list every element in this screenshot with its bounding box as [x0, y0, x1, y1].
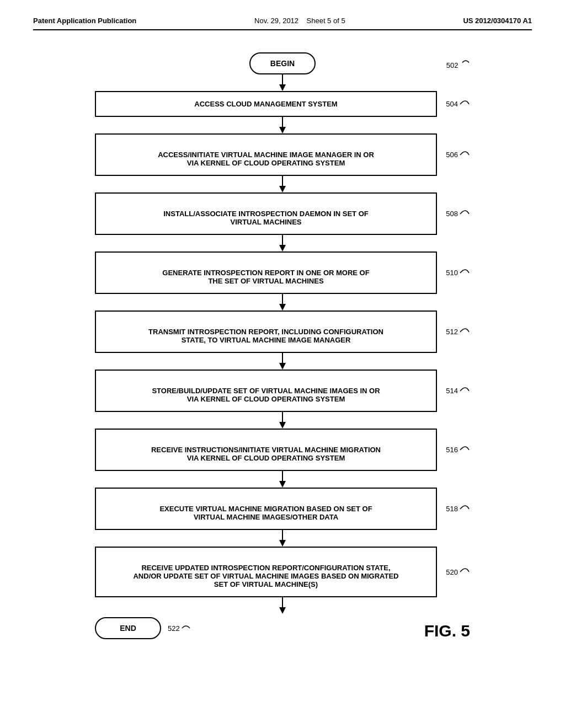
arrow-5 [111, 294, 454, 311]
fig-label: FIG. 5 [424, 622, 470, 640]
step-text-504: ACCESS CLOUD MANAGEMENT SYSTEM [194, 100, 337, 108]
svg-marker-5 [279, 186, 286, 192]
step-box-510: GENERATE INTROSPECTION REPORT IN ONE OR … [95, 251, 437, 294]
step-number-518: 518 [446, 501, 470, 517]
step-row-512: TRANSMIT INTROSPECTION REPORT, INCLUDING… [95, 311, 470, 353]
bracket-icon-512 [458, 324, 470, 340]
bracket-icon-504 [458, 97, 470, 112]
step-id-506: 506 [446, 151, 458, 159]
begin-oval: BEGIN [249, 52, 316, 74]
flowchart: BEGIN 502 ACCESS CLOUD MANAGEMENT SYSTEM [33, 47, 532, 640]
end-number-value: 522 [168, 624, 180, 633]
bracket-icon-516 [458, 442, 470, 458]
step-text-506: ACCESS/INITIATE VIRTUAL MACHINE IMAGE MA… [158, 151, 374, 167]
svg-marker-11 [279, 363, 286, 370]
step-id-504: 504 [446, 100, 458, 108]
arrow-3 [111, 176, 454, 192]
step-id-508: 508 [446, 210, 458, 218]
bracket-icon-506 [458, 147, 470, 163]
step-id-514: 514 [446, 387, 458, 395]
step-text-518: EXECUTE VIRTUAL MACHINE MIGRATION BASED … [159, 505, 372, 521]
begin-row: BEGIN 502 [95, 52, 470, 74]
end-oval: END [95, 617, 161, 639]
arrow-9 [111, 530, 454, 547]
begin-label: BEGIN [270, 59, 295, 68]
end-label: END [120, 624, 136, 633]
step-row-510: GENERATE INTROSPECTION REPORT IN ONE OR … [95, 251, 470, 294]
step-box-506: ACCESS/INITIATE VIRTUAL MACHINE IMAGE MA… [95, 133, 437, 176]
svg-marker-7 [279, 245, 286, 251]
step-id-516: 516 [446, 446, 458, 454]
svg-marker-19 [279, 607, 286, 614]
step-text-520: RECEIVE UPDATED INTROSPECTION REPORT/CON… [133, 564, 398, 588]
header-patent-number: US 2012/0304170 A1 [463, 17, 532, 25]
step-text-510: GENERATE INTROSPECTION REPORT IN ONE OR … [162, 269, 369, 285]
begin-bracket-icon [460, 58, 470, 68]
page-header: Patent Application Publication Nov. 29, … [33, 17, 532, 30]
bracket-icon-514 [458, 383, 470, 399]
step-text-516: RECEIVE INSTRUCTIONS/INITIATE VIRTUAL MA… [151, 446, 381, 462]
bracket-icon-508 [458, 206, 470, 222]
step-box-518: EXECUTE VIRTUAL MACHINE MIGRATION BASED … [95, 488, 437, 530]
step-number-506: 506 [446, 147, 470, 163]
step-box-512: TRANSMIT INTROSPECTION REPORT, INCLUDING… [95, 311, 437, 353]
step-row-514: STORE/BUILD/UPDATE SET OF VIRTUAL MACHIN… [95, 370, 470, 412]
step-row-520: RECEIVE UPDATED INTROSPECTION REPORT/CON… [95, 547, 470, 597]
step-number-514: 514 [446, 383, 470, 399]
step-row-504: ACCESS CLOUD MANAGEMENT SYSTEM 504 [95, 91, 470, 117]
step-box-516: RECEIVE INSTRUCTIONS/INITIATE VIRTUAL MA… [95, 429, 437, 471]
bracket-icon-510 [458, 265, 470, 281]
step-row-506: ACCESS/INITIATE VIRTUAL MACHINE IMAGE MA… [95, 133, 470, 176]
begin-number-value: 502 [446, 61, 459, 69]
arrow-6 [111, 353, 454, 370]
svg-marker-9 [279, 304, 286, 311]
step-number-516: 516 [446, 442, 470, 458]
step-row-518: EXECUTE VIRTUAL MACHINE MIGRATION BASED … [95, 488, 470, 530]
end-number: 522 [168, 623, 192, 634]
step-row-508: INSTALL/ASSOCIATE INTROSPECTION DAEMON I… [95, 192, 470, 235]
svg-marker-15 [279, 481, 286, 488]
begin-number: 502 [446, 58, 470, 69]
step-id-520: 520 [446, 568, 458, 576]
arrow-2 [111, 117, 454, 133]
arrow-1 [111, 74, 454, 91]
step-box-514: STORE/BUILD/UPDATE SET OF VIRTUAL MACHIN… [95, 370, 437, 412]
svg-marker-17 [279, 540, 286, 547]
svg-marker-1 [279, 84, 286, 91]
step-box-504: ACCESS CLOUD MANAGEMENT SYSTEM [95, 91, 437, 117]
end-fig-row: END 522 FIG. 5 [95, 614, 470, 640]
end-row: END 522 [95, 617, 192, 639]
header-date-sheet: Nov. 29, 2012 Sheet 5 of 5 [254, 17, 345, 25]
page: Patent Application Publication Nov. 29, … [0, 0, 565, 728]
step-number-520: 520 [446, 564, 470, 580]
header-date: Nov. 29, 2012 [254, 17, 299, 25]
step-number-510: 510 [446, 265, 470, 281]
step-id-510: 510 [446, 269, 458, 277]
end-bracket-icon [180, 623, 192, 634]
step-number-504: 504 [446, 97, 470, 112]
header-sheet: Sheet 5 of 5 [307, 17, 345, 25]
arrow-7 [111, 412, 454, 429]
step-text-514: STORE/BUILD/UPDATE SET OF VIRTUAL MACHIN… [152, 387, 380, 403]
step-number-508: 508 [446, 206, 470, 222]
svg-marker-3 [279, 127, 286, 133]
step-row-516: RECEIVE INSTRUCTIONS/INITIATE VIRTUAL MA… [95, 429, 470, 471]
step-text-508: INSTALL/ASSOCIATE INTROSPECTION DAEMON I… [163, 210, 368, 226]
step-id-518: 518 [446, 505, 458, 513]
header-publication-label: Patent Application Publication [33, 17, 136, 25]
step-id-512: 512 [446, 328, 458, 336]
bracket-icon-518 [458, 501, 470, 517]
bracket-icon-520 [458, 564, 470, 580]
arrow-8 [111, 471, 454, 488]
step-text-512: TRANSMIT INTROSPECTION REPORT, INCLUDING… [148, 328, 383, 344]
step-number-512: 512 [446, 324, 470, 340]
arrow-4 [111, 235, 454, 251]
step-box-508: INSTALL/ASSOCIATE INTROSPECTION DAEMON I… [95, 192, 437, 235]
step-box-520: RECEIVE UPDATED INTROSPECTION REPORT/CON… [95, 547, 437, 597]
svg-marker-13 [279, 422, 286, 429]
arrow-10 [111, 597, 454, 614]
